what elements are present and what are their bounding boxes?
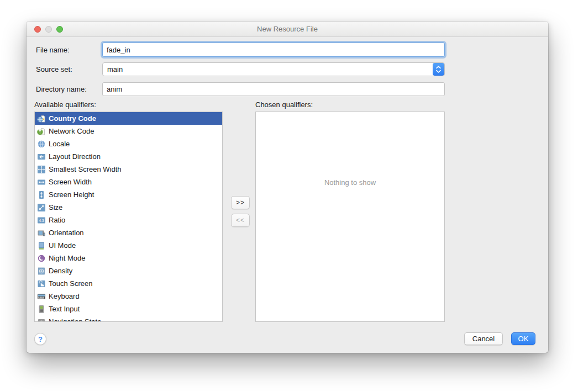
help-button[interactable]: ? xyxy=(34,333,46,345)
screen-height-icon xyxy=(37,190,46,199)
qualifier-item-label: Night Mode xyxy=(49,254,85,262)
add-qualifier-button[interactable]: >> xyxy=(231,196,250,209)
qualifier-item-touch-screen[interactable]: Touch Screen xyxy=(35,277,222,290)
orientation-icon xyxy=(37,229,46,237)
text-input-icon xyxy=(37,305,46,314)
source-set-label: Source set: xyxy=(36,65,72,73)
file-name-label: File name: xyxy=(36,46,70,54)
locale-icon xyxy=(37,140,46,149)
navigation-state-icon xyxy=(37,317,46,322)
qualifier-item-density[interactable]: Density xyxy=(35,264,222,277)
qualifier-item-label: Keyboard xyxy=(49,292,80,300)
qualifier-item-label: Ratio xyxy=(49,216,65,224)
svg-text:4:3: 4:3 xyxy=(39,218,44,222)
qualifier-item-label: Size xyxy=(49,203,62,211)
qualifier-item-label: Text Input xyxy=(49,305,80,313)
qualifier-item-label: UI Mode xyxy=(49,241,76,250)
qualifier-item-network-code[interactable]: Network Code xyxy=(35,125,222,137)
qualifier-item-label: Screen Height xyxy=(49,190,94,199)
smallest-screen-width-icon xyxy=(37,165,46,174)
qualifier-item-country-code[interactable]: Country Code xyxy=(35,112,222,125)
qualifier-item-size[interactable]: Size xyxy=(35,201,222,214)
cancel-button[interactable]: Cancel xyxy=(464,332,503,345)
qualifier-item-ui-mode[interactable]: UI Mode xyxy=(35,239,222,252)
ui-mode-icon xyxy=(37,241,46,250)
qualifier-item-label: Layout Direction xyxy=(49,152,101,161)
qualifier-item-navigation-state[interactable]: Navigation State xyxy=(35,315,222,322)
layout-direction-icon xyxy=(37,152,46,161)
new-resource-file-dialog: New Resource File File name: Source set:… xyxy=(27,22,548,353)
window-title: New Resource File xyxy=(27,22,548,37)
network-code-icon xyxy=(37,127,46,136)
qualifier-item-label: Navigation State xyxy=(49,317,101,322)
file-name-input[interactable] xyxy=(102,43,445,57)
qualifier-item-night-mode[interactable]: Night Mode xyxy=(35,252,222,264)
empty-state-text: Nothing to show xyxy=(256,178,444,187)
screen-width-icon xyxy=(37,178,46,187)
qualifier-item-screen-height[interactable]: Screen Height xyxy=(35,188,222,201)
directory-name-label: Directory name: xyxy=(36,85,87,93)
available-qualifiers-label: Available qualifiers: xyxy=(34,100,96,109)
chosen-qualifiers-label: Chosen qualifiers: xyxy=(255,100,313,109)
qualifier-item-text-input[interactable]: Text Input xyxy=(35,303,222,315)
qualifier-item-orientation[interactable]: Orientation xyxy=(35,226,222,239)
ratio-icon: 4:3 xyxy=(37,216,46,225)
qualifier-item-label: Network Code xyxy=(49,127,94,135)
remove-qualifier-button[interactable]: << xyxy=(231,214,250,227)
touch-screen-icon xyxy=(37,279,46,288)
qualifier-item-ratio[interactable]: 4:3Ratio xyxy=(35,214,222,226)
directory-name-input[interactable] xyxy=(102,82,445,96)
density-icon xyxy=(37,267,46,276)
titlebar[interactable]: New Resource File xyxy=(27,22,548,37)
qualifier-item-screen-width[interactable]: Screen Width xyxy=(35,176,222,188)
combo-stepper-icon[interactable] xyxy=(433,63,444,76)
chosen-qualifiers-list[interactable]: Nothing to show xyxy=(255,112,445,322)
size-icon xyxy=(37,203,46,212)
qualifier-item-label: Touch Screen xyxy=(49,279,93,288)
qualifier-item-smallest-screen-width[interactable]: Smallest Screen Width xyxy=(35,163,222,176)
qualifier-item-label: Smallest Screen Width xyxy=(49,165,122,173)
country-code-icon xyxy=(37,114,46,123)
qualifier-item-keyboard[interactable]: Keyboard xyxy=(35,290,222,303)
qualifier-item-label: Country Code xyxy=(49,114,96,123)
qualifier-item-label: Orientation xyxy=(49,229,84,237)
ok-button[interactable]: OK xyxy=(511,332,535,345)
qualifier-item-layout-direction[interactable]: Layout Direction xyxy=(35,150,222,163)
qualifier-item-label: Locale xyxy=(49,140,70,148)
source-set-value: main xyxy=(107,63,123,76)
available-qualifiers-list[interactable]: Country CodeNetwork CodeLocaleLayout Dir… xyxy=(34,112,223,322)
qualifier-item-label: Density xyxy=(49,267,72,275)
source-set-select[interactable]: main xyxy=(102,62,445,76)
qualifier-item-locale[interactable]: Locale xyxy=(35,137,222,150)
keyboard-icon xyxy=(37,292,46,301)
qualifier-item-label: Screen Width xyxy=(49,178,92,186)
night-mode-icon xyxy=(37,254,46,263)
